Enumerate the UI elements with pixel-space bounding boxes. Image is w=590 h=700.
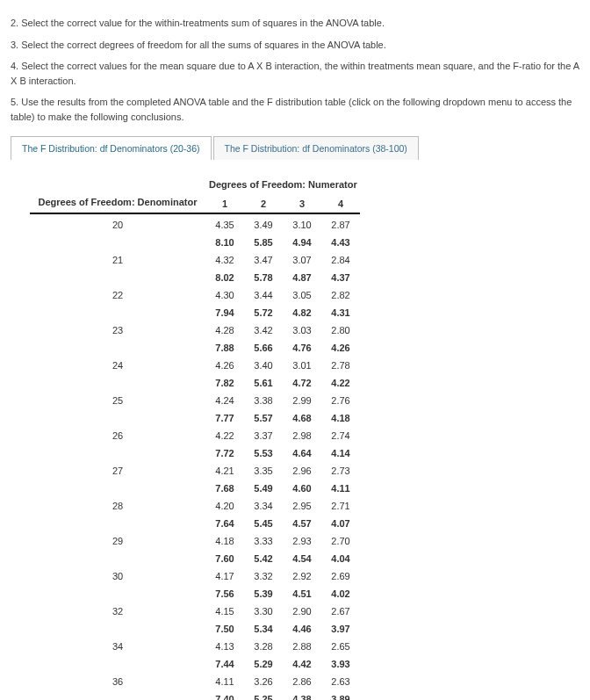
value-cell: 3.40 (244, 357, 283, 374)
denom-cell: 22 (30, 286, 205, 304)
denom-cell (30, 655, 205, 673)
value-cell: 3.89 (321, 690, 360, 700)
value-cell: 2.69 (321, 567, 360, 585)
tab-bar: The F Distribution: df Denominators (20-… (11, 136, 579, 160)
value-cell: 4.22 (321, 374, 360, 392)
value-cell: 3.93 (321, 655, 360, 673)
value-cell: 3.32 (244, 567, 283, 585)
value-cell: 3.35 (244, 462, 283, 480)
value-cell: 4.94 (283, 234, 321, 251)
value-cell: 4.20 (205, 497, 244, 515)
value-cell: 3.28 (244, 638, 283, 655)
value-cell: 2.87 (321, 216, 360, 234)
value-cell: 2.71 (321, 497, 360, 515)
tab-df-38-100[interactable]: The F Distribution: df Denominators (38-… (213, 136, 419, 160)
num-col-3: 3 (283, 195, 321, 213)
value-cell: 4.35 (205, 216, 244, 234)
value-cell: 8.10 (205, 234, 244, 251)
value-cell: 7.60 (205, 550, 244, 567)
value-cell: 7.44 (205, 655, 244, 673)
f-distribution-table: Degrees of Freedom: Denominator Degrees … (11, 176, 579, 700)
denom-cell (30, 234, 205, 251)
value-cell: 4.46 (283, 620, 321, 638)
value-cell: 2.92 (283, 567, 321, 585)
value-cell: 7.72 (205, 444, 244, 462)
value-cell: 3.42 (244, 321, 283, 339)
value-cell: 3.03 (283, 321, 321, 339)
value-cell: 3.38 (244, 392, 283, 409)
value-cell: 2.82 (321, 286, 360, 304)
denominator-header: Degrees of Freedom: Denominator (30, 193, 205, 214)
value-cell: 3.34 (244, 497, 283, 515)
value-cell: 2.73 (321, 462, 360, 480)
value-cell: 7.82 (205, 374, 244, 392)
value-cell: 7.50 (205, 620, 244, 638)
value-cell: 4.24 (205, 392, 244, 409)
value-cell: 4.11 (321, 480, 360, 497)
denom-cell (30, 480, 205, 497)
value-cell: 2.88 (283, 638, 321, 655)
value-cell: 4.42 (283, 655, 321, 673)
value-cell: 5.45 (244, 515, 283, 532)
value-cell: 4.60 (283, 480, 321, 497)
value-cell: 5.34 (244, 620, 283, 638)
num-col-1: 1 (205, 195, 244, 213)
value-cell: 5.72 (244, 304, 283, 321)
value-cell: 4.07 (321, 515, 360, 532)
value-cell: 3.01 (283, 357, 321, 374)
denom-cell (30, 304, 205, 321)
value-cell: 4.76 (283, 339, 321, 357)
value-cell: 3.26 (244, 673, 283, 690)
value-cell: 5.78 (244, 269, 283, 286)
value-cell: 3.07 (283, 251, 321, 269)
value-cell: 4.26 (321, 339, 360, 357)
denom-cell: 28 (30, 497, 205, 515)
value-cell: 7.64 (205, 515, 244, 532)
value-cell: 4.28 (205, 321, 244, 339)
value-cell: 4.21 (205, 462, 244, 480)
value-cell: 5.25 (244, 690, 283, 700)
value-cell: 4.32 (205, 251, 244, 269)
instruction-5: 5. Use the results from the completed AN… (11, 95, 579, 124)
value-cell: 4.64 (283, 444, 321, 462)
value-cell: 7.94 (205, 304, 244, 321)
numerator-header: Degrees of Freedom: Numerator (205, 176, 360, 195)
value-cell: 2.99 (283, 392, 321, 409)
value-cell: 5.29 (244, 655, 283, 673)
value-cell: 4.43 (321, 234, 360, 251)
denom-cell: 20 (30, 216, 205, 234)
denom-cell (30, 585, 205, 603)
value-cell: 4.31 (321, 304, 360, 321)
denom-cell (30, 620, 205, 638)
value-cell: 5.85 (244, 234, 283, 251)
value-cell: 3.33 (244, 532, 283, 550)
denom-cell: 27 (30, 462, 205, 480)
value-cell: 4.38 (283, 690, 321, 700)
tab-df-20-36[interactable]: The F Distribution: df Denominators (20-… (11, 136, 212, 160)
value-cell: 3.44 (244, 286, 283, 304)
value-cell: 2.63 (321, 673, 360, 690)
value-cell: 5.66 (244, 339, 283, 357)
num-col-4: 4 (321, 195, 360, 213)
value-cell: 4.54 (283, 550, 321, 567)
denom-cell (30, 550, 205, 567)
denom-cell: 21 (30, 251, 205, 269)
value-cell: 4.04 (321, 550, 360, 567)
value-cell: 5.42 (244, 550, 283, 567)
value-cell: 4.37 (321, 269, 360, 286)
value-cell: 2.93 (283, 532, 321, 550)
value-cell: 2.74 (321, 427, 360, 444)
value-cell: 4.82 (283, 304, 321, 321)
value-cell: 4.57 (283, 515, 321, 532)
value-cell: 4.18 (205, 532, 244, 550)
value-cell: 2.90 (283, 603, 321, 620)
value-cell: 2.96 (283, 462, 321, 480)
denom-cell (30, 374, 205, 392)
value-cell: 4.68 (283, 409, 321, 427)
value-cell: 4.11 (205, 673, 244, 690)
value-cell: 5.39 (244, 585, 283, 603)
value-cell: 8.02 (205, 269, 244, 286)
value-cell: 4.87 (283, 269, 321, 286)
denom-cell (30, 339, 205, 357)
value-cell: 2.70 (321, 532, 360, 550)
